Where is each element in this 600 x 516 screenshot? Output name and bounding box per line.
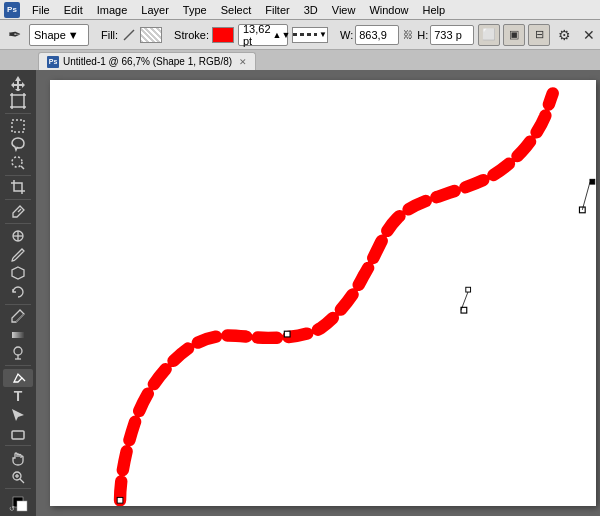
tool-sep-5 — [5, 304, 31, 305]
move-tool-btn[interactable] — [3, 74, 33, 92]
shape-mode-dropdown[interactable]: Shape ▼ — [29, 24, 89, 46]
fill-swatch[interactable] — [140, 27, 162, 43]
svg-point-18 — [14, 347, 22, 355]
menu-image[interactable]: Image — [91, 2, 134, 18]
svg-rect-35 — [590, 179, 595, 184]
tool-sep-2 — [5, 175, 31, 176]
crop-tool-btn[interactable] — [3, 179, 33, 197]
select-tool-btn[interactable] — [3, 117, 33, 135]
svg-marker-1 — [11, 76, 25, 91]
svg-rect-29 — [17, 501, 27, 511]
artboard-tool-btn[interactable] — [3, 93, 33, 111]
zoom-tool-btn[interactable] — [3, 468, 33, 486]
shape-dropdown-arrow: ▼ — [68, 29, 79, 41]
menu-view[interactable]: View — [326, 2, 362, 18]
toolbar-right-icons: ⬜ ▣ ⊟ ⚙ ✕ — [478, 24, 600, 46]
pen-tool-icon: ✒ — [4, 24, 25, 46]
lasso-tool-btn[interactable] — [3, 136, 33, 154]
pen-tool-btn[interactable] — [3, 369, 33, 387]
link-wh-icon: ⛓ — [403, 29, 413, 40]
w-label: W: — [340, 29, 353, 41]
stroke-size-arrows: ▲▼ — [273, 30, 291, 40]
history-brush-btn[interactable] — [3, 283, 33, 301]
fill-label: Fill: — [101, 29, 118, 41]
menu-edit[interactable]: Edit — [58, 2, 89, 18]
width-input-area: W: — [340, 25, 399, 45]
stroke-label: Stroke: — [174, 29, 209, 41]
shape-tool-btn[interactable] — [3, 425, 33, 443]
tool-sep-7 — [5, 445, 31, 446]
menu-file[interactable]: File — [26, 2, 56, 18]
settings-icon[interactable]: ⚙ — [553, 24, 575, 46]
h-label: H: — [417, 29, 428, 41]
menu-layer[interactable]: Layer — [135, 2, 175, 18]
svg-rect-11 — [12, 120, 24, 132]
tool-sep-3 — [5, 199, 31, 200]
svg-line-21 — [22, 378, 25, 381]
menu-3d[interactable]: 3D — [298, 2, 324, 18]
svg-point-12 — [12, 157, 22, 167]
app-icon: Ps — [4, 2, 20, 18]
menu-filter[interactable]: Filter — [259, 2, 295, 18]
menu-select[interactable]: Select — [215, 2, 258, 18]
eraser-btn[interactable] — [3, 307, 33, 325]
options-toolbar: ✒ Shape ▼ Fill: Stroke: 13,62 pt ▲▼ ▼ W: — [0, 20, 600, 50]
text-tool-btn[interactable]: T — [3, 388, 33, 406]
svg-rect-23 — [12, 431, 24, 439]
tool-sep-1 — [5, 113, 31, 114]
doc-tab-title: Untitled-1 @ 66,7% (Shape 1, RGB/8) — [63, 56, 232, 67]
tab-bar: Ps Untitled-1 @ 66,7% (Shape 1, RGB/8) ✕ — [0, 50, 600, 70]
svg-rect-32 — [284, 331, 290, 337]
document-canvas — [50, 80, 596, 506]
left-toolbar: T ↺ — [0, 70, 36, 516]
hand-tool-btn[interactable] — [3, 449, 33, 467]
height-input-area: H: — [417, 25, 474, 45]
spot-heal-btn[interactable] — [3, 227, 33, 245]
path-svg — [50, 80, 596, 506]
menu-type[interactable]: Type — [177, 2, 213, 18]
stroke-size-value: 13,62 pt — [243, 23, 271, 47]
dashed-stroke-preview — [293, 33, 317, 36]
brush-tool-btn[interactable] — [3, 246, 33, 264]
stroke-size-field[interactable]: 13,62 pt ▲▼ — [238, 24, 288, 46]
gradient-btn[interactable] — [3, 326, 33, 344]
svg-rect-31 — [117, 497, 123, 503]
tab-close-icon[interactable]: ✕ — [239, 57, 247, 67]
color-swatches-btn[interactable]: ↺ — [3, 492, 33, 512]
fill-line-icon — [121, 27, 137, 43]
svg-line-14 — [18, 209, 21, 212]
menu-help[interactable]: Help — [417, 2, 452, 18]
eyedropper-btn[interactable] — [3, 203, 33, 221]
tool-sep-4 — [5, 223, 31, 224]
svg-rect-2 — [12, 95, 24, 107]
canvas-area — [36, 70, 600, 516]
tool-sep-6 — [5, 365, 31, 366]
stroke-color-swatch[interactable] — [212, 27, 234, 43]
close-icon[interactable]: ✕ — [578, 24, 600, 46]
document-tab[interactable]: Ps Untitled-1 @ 66,7% (Shape 1, RGB/8) ✕ — [38, 52, 256, 70]
svg-line-0 — [124, 30, 134, 40]
arrange-icon[interactable]: ⊟ — [528, 24, 550, 46]
menu-window[interactable]: Window — [363, 2, 414, 18]
svg-rect-38 — [466, 287, 471, 292]
svg-line-25 — [20, 479, 24, 483]
height-field[interactable] — [430, 25, 474, 45]
width-field[interactable] — [355, 25, 399, 45]
shape-mode-label: Shape — [34, 29, 66, 41]
align-left-icon[interactable]: ⬜ — [478, 24, 500, 46]
path-select-btn[interactable] — [3, 406, 33, 424]
svg-rect-17 — [12, 332, 24, 338]
tool-sep-8 — [5, 488, 31, 489]
clone-btn[interactable] — [3, 264, 33, 282]
svg-marker-22 — [12, 409, 24, 421]
align-right-icon[interactable]: ▣ — [503, 24, 525, 46]
svg-line-13 — [21, 166, 24, 169]
stroke-area: Stroke: — [174, 27, 234, 43]
tab-ps-icon: Ps — [47, 56, 59, 68]
fill-area: Fill: — [101, 27, 162, 43]
svg-line-16 — [16, 314, 24, 322]
menu-bar: Ps File Edit Image Layer Type Select Fil… — [0, 0, 600, 20]
quick-select-btn[interactable] — [3, 154, 33, 172]
dodge-btn[interactable] — [3, 345, 33, 363]
stroke-style-dropdown[interactable]: ▼ — [292, 27, 328, 43]
